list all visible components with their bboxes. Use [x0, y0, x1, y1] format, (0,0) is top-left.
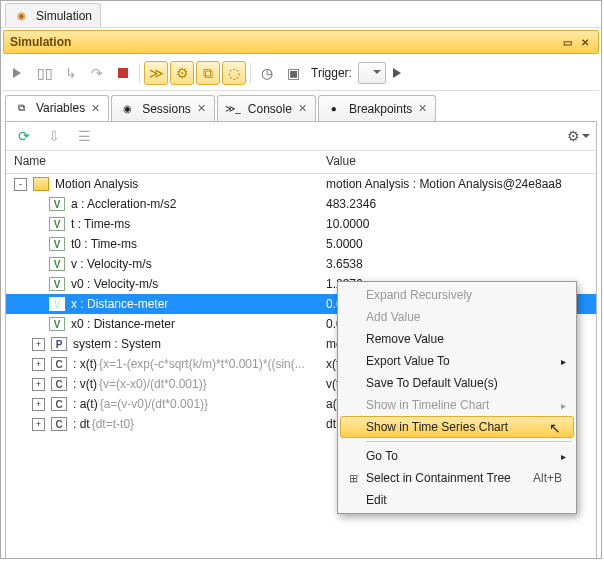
menu-item-label: Save To Default Value(s) — [366, 376, 498, 390]
step-into-button[interactable]: ↳ — [59, 61, 83, 85]
menu-item-label: Remove Value — [366, 332, 444, 346]
tree-row[interactable]: Vt : Time-ms10.0000 — [6, 214, 596, 234]
row-detail: {x=1-(exp(-c*sqrt(k/m)*t*0.001)*((sin(..… — [99, 357, 305, 371]
column-header-value[interactable]: Value — [318, 151, 596, 173]
tab-console[interactable]: ≫_Console✕ — [217, 95, 316, 121]
expand-spacer — [32, 319, 43, 330]
trigger-dropdown[interactable] — [358, 62, 386, 84]
menu-separator — [366, 441, 572, 442]
panel-titlebar: Simulation ▭ ✕ — [3, 30, 599, 54]
menu-item[interactable]: Show in Time Series Chart↖ — [340, 416, 574, 438]
row-value[interactable]: 5.0000 — [318, 237, 594, 251]
menu-item-label: Expand Recursively — [366, 288, 472, 302]
clock-button[interactable]: ◷ — [255, 61, 279, 85]
toolbar-separator — [250, 63, 251, 83]
editor-file-tab[interactable]: ◉ Simulation — [5, 3, 101, 27]
menu-shortcut: Alt+B — [533, 471, 562, 485]
row-value[interactable]: 3.6538 — [318, 257, 594, 271]
menu-item-label: Edit — [366, 493, 387, 507]
row-value[interactable]: 483.2346 — [318, 197, 594, 211]
inst-icon — [33, 177, 49, 191]
submenu-arrow-icon: ▸ — [561, 451, 566, 462]
tree-view-button[interactable]: ☰ — [72, 124, 96, 148]
gear-toggle[interactable]: ⚙ — [170, 61, 194, 85]
row-name: x0 : Distance-meter — [71, 317, 175, 331]
tab-close-button[interactable]: ✕ — [298, 102, 307, 115]
column-header-name[interactable]: Name — [6, 151, 318, 173]
tree-icon: ⊞ — [345, 470, 361, 486]
simulation-toolbar: ▯▯ ↳ ↷ ≫ ⚙ ⧉ ◌ ◷ ▣ Trigger: — [3, 56, 599, 91]
flow-toggle[interactable]: ◌ — [222, 61, 246, 85]
expand-toggle[interactable]: + — [32, 398, 45, 411]
tab-close-button[interactable]: ✕ — [197, 102, 206, 115]
val-icon: V — [49, 297, 65, 311]
constr-icon: C — [51, 417, 67, 431]
row-name: v0 : Velocity-m/s — [71, 277, 158, 291]
row-value[interactable]: 10.0000 — [318, 217, 594, 231]
val-icon: V — [49, 237, 65, 251]
menu-item[interactable]: Export Value To▸ — [340, 350, 574, 372]
val-icon: V — [49, 217, 65, 231]
options-button[interactable] — [566, 124, 590, 148]
tree-row[interactable]: Va : Accleration-m/s2483.2346 — [6, 194, 596, 214]
tab-breakpoints[interactable]: ●Breakpoints✕ — [318, 95, 436, 121]
structure-toggle[interactable]: ⧉ — [196, 61, 220, 85]
window-button[interactable]: ▣ — [281, 61, 305, 85]
tab-close-button[interactable]: ✕ — [418, 102, 427, 115]
row-name: v : Velocity-m/s — [71, 257, 152, 271]
animation-toggle[interactable]: ≫ — [144, 61, 168, 85]
expand-spacer — [32, 259, 43, 270]
menu-item[interactable]: Edit — [340, 489, 574, 511]
row-value[interactable]: motion Analysis : Motion Analysis@24e8aa… — [318, 177, 594, 191]
menu-item-label: Select in Containment Tree — [366, 471, 511, 485]
expand-spacer — [32, 299, 43, 310]
tree-row[interactable]: -Motion Analysismotion Analysis : Motion… — [6, 174, 596, 194]
row-name: Motion Analysis — [55, 177, 138, 191]
row-name: a : Accleration-m/s2 — [71, 197, 176, 211]
row-name: t : Time-ms — [71, 217, 130, 231]
menu-item[interactable]: Save To Default Value(s) — [340, 372, 574, 394]
expand-spacer — [32, 279, 43, 290]
tab-variables[interactable]: ⧉Variables✕ — [5, 95, 109, 121]
terminate-button[interactable] — [111, 61, 135, 85]
panel-title: Simulation — [10, 35, 71, 49]
menu-item-label: Go To — [366, 449, 398, 463]
expand-toggle[interactable]: + — [32, 378, 45, 391]
menu-item[interactable]: Go To▸ — [340, 445, 574, 467]
tab-label: Console — [248, 102, 292, 116]
export-button[interactable]: ⇩ — [42, 124, 66, 148]
tree-row[interactable]: Vt0 : Time-ms5.0000 — [6, 234, 596, 254]
row-detail: {a=(v-v0)/(dt*0.001)} — [100, 397, 208, 411]
row-name: : x(t) — [73, 357, 97, 371]
expand-toggle[interactable]: + — [32, 338, 45, 351]
tree-row[interactable]: Vv : Velocity-m/s3.6538 — [6, 254, 596, 274]
expand-spacer — [32, 219, 43, 230]
expand-toggle[interactable]: - — [14, 178, 27, 191]
menu-item: Expand Recursively — [340, 284, 574, 306]
resume-button[interactable] — [7, 61, 31, 85]
val-icon: V — [49, 277, 65, 291]
console-icon: ≫_ — [226, 103, 240, 115]
tab-sessions[interactable]: ◉Sessions✕ — [111, 95, 215, 121]
expand-toggle[interactable]: + — [32, 418, 45, 431]
menu-item[interactable]: ⊞Select in Containment TreeAlt+B — [340, 467, 574, 489]
refresh-button[interactable]: ⟳ — [12, 124, 36, 148]
step-over-button[interactable]: ↷ — [85, 61, 109, 85]
pause-button[interactable]: ▯▯ — [33, 61, 57, 85]
sessions-icon: ◉ — [120, 103, 134, 115]
expand-toggle[interactable]: + — [32, 358, 45, 371]
menu-item: Show in Timeline Chart▸ — [340, 394, 574, 416]
file-tab-label: Simulation — [36, 9, 92, 23]
row-name: x : Distance-meter — [71, 297, 168, 311]
menu-item-label: Show in Timeline Chart — [366, 398, 489, 412]
minimize-button[interactable]: ▭ — [560, 35, 574, 49]
menu-item-label: Export Value To — [366, 354, 450, 368]
close-button[interactable]: ✕ — [578, 35, 592, 49]
tab-close-button[interactable]: ✕ — [91, 102, 100, 115]
menu-item[interactable]: Remove Value — [340, 328, 574, 350]
submenu-arrow-icon: ▸ — [561, 356, 566, 367]
menu-item: Add Value — [340, 306, 574, 328]
menu-item-label: Show in Time Series Chart — [366, 420, 508, 434]
fire-trigger-button[interactable] — [388, 61, 412, 85]
expand-spacer — [32, 199, 43, 210]
